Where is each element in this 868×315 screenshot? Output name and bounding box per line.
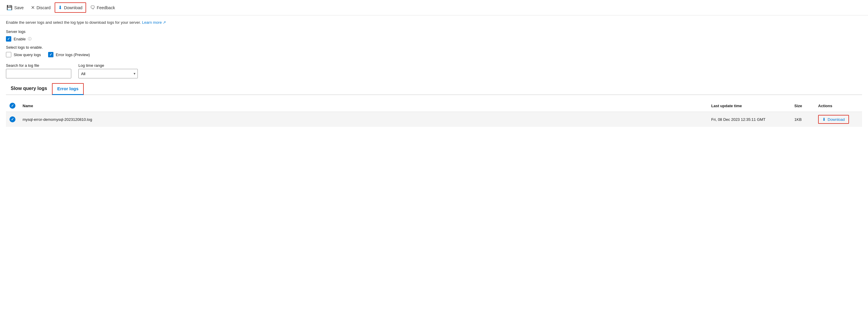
col-header-last-update: Last update time <box>708 100 791 112</box>
download-action-button[interactable]: ⬇ Download <box>818 115 849 124</box>
tabs: Slow query logs Error logs <box>6 83 862 95</box>
error-logs-option: Error logs (Preview) <box>48 52 90 57</box>
log-table: ✓ Name Last update time Size Actions ✓ m… <box>6 100 862 127</box>
save-label: Save <box>14 5 24 10</box>
tab-error-logs-label: Error logs <box>57 86 79 91</box>
feedback-label: Feedback <box>97 5 115 10</box>
search-input[interactable] <box>6 69 71 78</box>
save-icon: 💾 <box>6 5 12 10</box>
toolbar: 💾 Save ✕ Discard ⬇ Download 🗨 Feedback <box>0 0 868 15</box>
enable-label: Enable <box>14 37 26 41</box>
slow-query-checkbox[interactable] <box>6 52 11 57</box>
row-size-cell: 1KB <box>791 112 814 127</box>
enable-info-icon: ⓘ <box>28 36 31 41</box>
info-description: Enable the server logs and select the lo… <box>6 20 862 25</box>
search-label: Search for a log file <box>6 63 71 68</box>
external-link-icon: ↗ <box>163 20 166 25</box>
tab-error-logs[interactable]: Error logs <box>52 83 84 95</box>
main-content: Enable the server logs and select the lo… <box>0 15 868 131</box>
row-check-cell: ✓ <box>6 112 19 127</box>
download-toolbar-label: Download <box>64 5 82 10</box>
server-logs-label: Server logs <box>6 29 862 34</box>
discard-icon: ✕ <box>31 5 35 10</box>
error-logs-label: Error logs (Preview) <box>56 53 90 57</box>
learn-more-link[interactable]: Learn more ↗ <box>142 20 166 25</box>
filter-row: Search for a log file Log time range All… <box>6 63 862 78</box>
enable-checkbox-row: Enable ⓘ <box>6 36 862 41</box>
feedback-button[interactable]: 🗨 Feedback <box>87 3 118 12</box>
discard-label: Discard <box>36 5 51 10</box>
table-header-row: ✓ Name Last update time Size Actions <box>6 100 862 112</box>
tab-slow-query-label: Slow query logs <box>11 86 47 91</box>
discard-button[interactable]: ✕ Discard <box>28 3 54 12</box>
slow-query-option: Slow query logs <box>6 52 41 57</box>
time-range-group: Log time range All Last 1 hour Last 6 ho… <box>79 63 138 78</box>
learn-more-label: Learn more <box>142 20 161 25</box>
col-header-name: Name <box>19 100 708 112</box>
download-action-label: Download <box>828 117 845 122</box>
download-toolbar-icon: ⬇ <box>58 5 62 10</box>
download-action-icon: ⬇ <box>822 117 826 122</box>
select-logs-label: Select logs to enable. <box>6 45 862 50</box>
save-button[interactable]: 💾 Save <box>4 3 27 12</box>
table-row: ✓ mysql-error-demomysql-2023120810.log F… <box>6 112 862 127</box>
row-checkbox[interactable]: ✓ <box>9 116 16 122</box>
col-header-actions: Actions <box>814 100 862 112</box>
search-group: Search for a log file <box>6 63 71 78</box>
col-header-check: ✓ <box>6 100 19 112</box>
select-all-checkbox[interactable]: ✓ <box>9 103 16 109</box>
error-logs-checkbox[interactable] <box>48 52 54 57</box>
row-actions-cell: ⬇ Download <box>814 112 862 127</box>
feedback-icon: 🗨 <box>90 5 95 10</box>
row-name-cell: mysql-error-demomysql-2023120810.log <box>19 112 708 127</box>
info-text-content: Enable the server logs and select the lo… <box>6 20 141 25</box>
log-type-row: Slow query logs Error logs (Preview) <box>6 52 862 57</box>
tab-slow-query-logs[interactable]: Slow query logs <box>6 84 52 95</box>
enable-checkbox[interactable] <box>6 36 11 41</box>
row-last-update-cell: Fri, 08 Dec 2023 12:35:11 GMT <box>708 112 791 127</box>
time-range-select[interactable]: All Last 1 hour Last 6 hours Last 12 hou… <box>79 69 138 78</box>
col-header-size: Size <box>791 100 814 112</box>
time-range-label: Log time range <box>79 63 138 68</box>
time-range-select-wrapper: All Last 1 hour Last 6 hours Last 12 hou… <box>79 69 138 78</box>
download-toolbar-button[interactable]: ⬇ Download <box>55 2 86 13</box>
slow-query-label: Slow query logs <box>14 53 41 57</box>
